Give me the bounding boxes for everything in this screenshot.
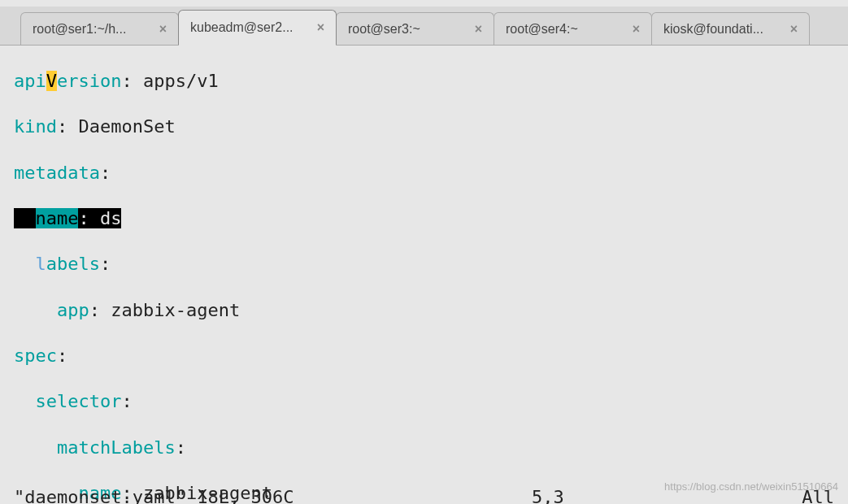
tab-title: root@ser4:~ (506, 22, 578, 37)
close-icon[interactable]: × (156, 22, 170, 37)
code-line: metadata: (14, 162, 848, 185)
terminal-tab[interactable]: root@ser3:~× (336, 12, 494, 45)
terminal-tab[interactable]: kiosk@foundati...× (651, 12, 810, 45)
menubar (0, 0, 848, 7)
code-line: matchLabels: (14, 437, 848, 459)
tabbar: root@ser1:~/h...×kubeadm@ser2...×root@se… (0, 7, 848, 46)
close-icon[interactable]: × (472, 22, 485, 37)
tab-title: root@ser1:~/h... (33, 22, 126, 37)
cursor: V (46, 71, 57, 91)
tab-title: root@ser3:~ (348, 22, 420, 37)
code-line: name: ds (14, 207, 848, 230)
code-line: selector: (14, 390, 848, 413)
close-icon[interactable]: × (629, 22, 643, 37)
tab-title: kubeadm@ser2... (190, 20, 294, 35)
code-line: app: zabbix-agent (14, 299, 848, 322)
tab-title: kiosk@foundati... (663, 22, 763, 37)
code-line: labels: (14, 253, 848, 276)
close-icon[interactable]: × (787, 22, 801, 37)
code-line: apiVersion: apps/v1 (14, 70, 848, 93)
code-line: spec: (14, 345, 848, 367)
terminal-tab[interactable]: root@ser1:~/h...× (20, 12, 179, 45)
code-line: kind: DaemonSet (14, 115, 848, 138)
close-icon[interactable]: × (314, 20, 328, 35)
terminal-tab[interactable]: kubeadm@ser2...× (178, 10, 337, 46)
editor-area[interactable]: apiVersion: apps/v1 kind: DaemonSet meta… (0, 46, 848, 504)
status-file: "daemonset.yaml" 18L, 306C (14, 487, 294, 504)
status-position: 5,3 (532, 487, 564, 504)
terminal-tab[interactable]: root@ser4:~× (494, 12, 652, 45)
watermark: https://blog.csdn.net/weixin51510664 (664, 480, 838, 493)
